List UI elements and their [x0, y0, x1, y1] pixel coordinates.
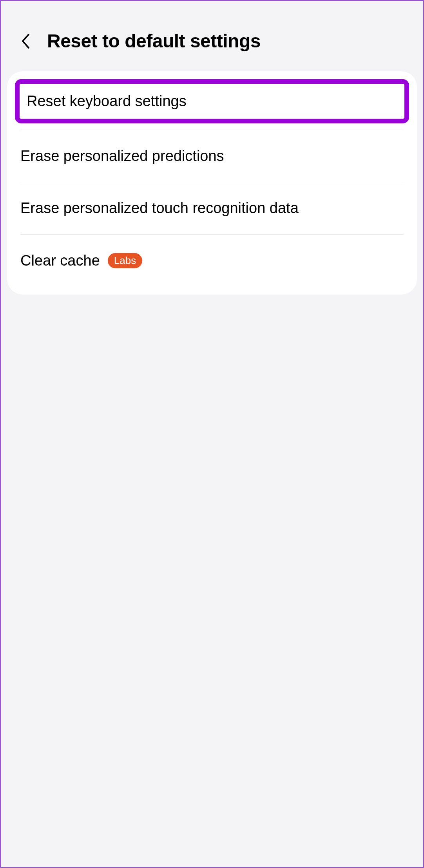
reset-keyboard-settings-item[interactable]: Reset keyboard settings — [15, 79, 409, 123]
item-label: Clear cache — [20, 251, 100, 270]
clear-cache-item[interactable]: Clear cache Labs — [7, 235, 417, 287]
labs-badge: Labs — [108, 253, 142, 268]
page-title: Reset to default settings — [47, 30, 261, 52]
erase-predictions-item[interactable]: Erase personalized predictions — [7, 130, 417, 182]
item-label: Erase personalized touch recognition dat… — [20, 199, 299, 218]
back-icon[interactable] — [20, 31, 31, 51]
settings-card: Reset keyboard settings Erase personaliz… — [7, 71, 417, 295]
item-label: Reset keyboard settings — [27, 93, 187, 109]
header: Reset to default settings — [1, 1, 423, 71]
erase-touch-recognition-item[interactable]: Erase personalized touch recognition dat… — [7, 182, 417, 234]
item-label: Erase personalized predictions — [20, 146, 224, 166]
